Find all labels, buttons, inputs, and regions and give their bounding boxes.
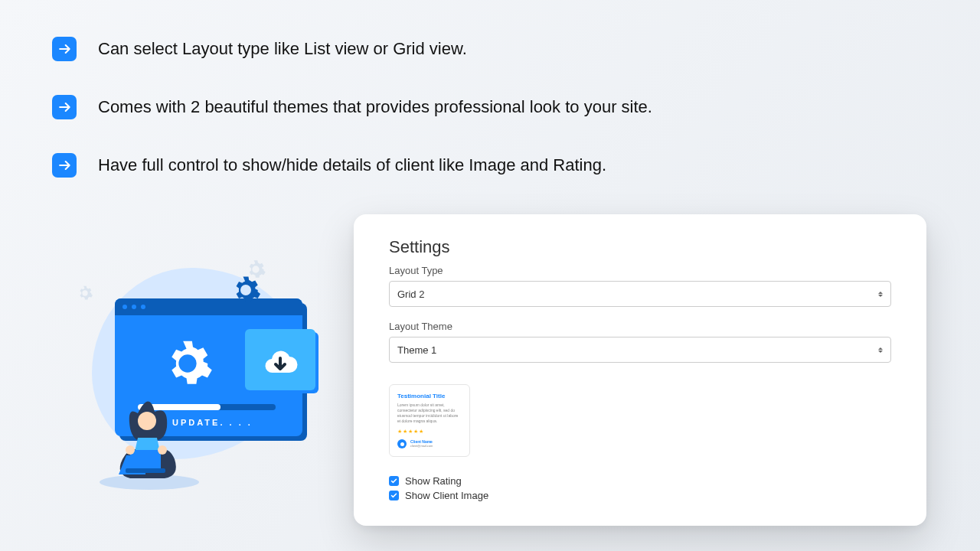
svg-rect-2 — [130, 450, 161, 470]
select-caret-icon — [878, 292, 883, 297]
avatar-icon — [397, 439, 407, 448]
show-client-image-checkbox[interactable]: Show Client Image — [389, 490, 891, 501]
svg-point-5 — [158, 445, 167, 455]
star-rating-icon: ★★★★★ — [397, 429, 462, 435]
layout-type-select[interactable]: Grid 2 — [389, 281, 891, 307]
cloud-download-icon — [262, 341, 299, 378]
gear-icon — [230, 274, 262, 306]
show-client-image-label: Show Client Image — [405, 490, 488, 501]
layout-type-label: Layout Type — [389, 265, 891, 276]
feature-text: Comes with 2 beautiful themes that provi… — [98, 97, 652, 117]
update-illustration: UPDATE. . . . — [46, 245, 322, 490]
browser-bar — [115, 298, 302, 315]
arrow-right-icon — [52, 37, 77, 61]
show-rating-label: Show Rating — [405, 475, 462, 487]
preview-title: Testimonial Title — [397, 393, 462, 399]
arrow-right-icon — [52, 153, 77, 178]
feature-text: Can select Layout type like List view or… — [98, 39, 467, 59]
gear-icon — [77, 285, 93, 302]
settings-title: Settings — [389, 237, 891, 257]
checkbox-checked-icon — [389, 491, 399, 500]
settings-panel: Settings Layout Type Grid 2 Layout Theme… — [354, 214, 926, 526]
show-rating-checkbox[interactable]: Show Rating — [389, 475, 891, 487]
layout-theme-label: Layout Theme — [389, 321, 891, 332]
feature-text: Have full control to show/hide details o… — [98, 155, 606, 175]
layout-theme-select[interactable]: Theme 1 — [389, 337, 891, 363]
download-card — [245, 329, 315, 390]
layout-type-value: Grid 2 — [397, 289, 424, 300]
svg-rect-3 — [126, 468, 165, 473]
svg-point-4 — [126, 445, 135, 455]
checkbox-group: Show Rating Show Client Image — [389, 475, 891, 501]
preview-body: Lorem ipsum dolor sit amet, consectetur … — [397, 403, 462, 424]
person-laptop-icon — [92, 367, 207, 490]
feature-item: Have full control to show/hide details o… — [52, 153, 934, 178]
layout-theme-value: Theme 1 — [397, 344, 436, 356]
feature-item: Comes with 2 beautiful themes that provi… — [52, 95, 934, 119]
preview-client-email: client@mail.com — [410, 444, 433, 448]
feature-item: Can select Layout type like List view or… — [52, 37, 934, 61]
theme-preview-card: Testimonial Title Lorem ipsum dolor sit … — [389, 384, 470, 457]
svg-point-1 — [138, 412, 156, 430]
select-caret-icon — [878, 347, 883, 353]
feature-list: Can select Layout type like List view or… — [52, 37, 934, 211]
preview-client: Client Name client@mail.com — [397, 439, 462, 448]
checkbox-checked-icon — [389, 476, 399, 486]
arrow-right-icon — [52, 95, 77, 119]
